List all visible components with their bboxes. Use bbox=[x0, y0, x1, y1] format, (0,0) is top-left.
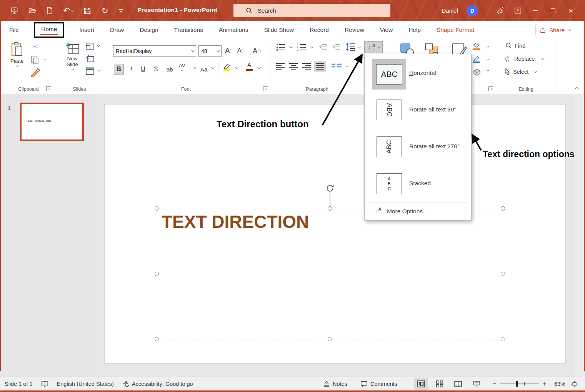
spell-check-icon[interactable] bbox=[41, 380, 48, 387]
font-size-combo[interactable]: 48 bbox=[198, 45, 222, 57]
search-box[interactable]: Search bbox=[233, 4, 390, 17]
share-button[interactable]: Share bbox=[535, 24, 574, 36]
shape-effects-button[interactable] bbox=[473, 67, 481, 78]
change-case-button[interactable]: Aa bbox=[200, 64, 207, 75]
numbering-chevron-icon[interactable] bbox=[310, 45, 313, 48]
layout-chevron-icon[interactable] bbox=[97, 43, 100, 47]
slide-indicator[interactable]: Slide 1 of 1 bbox=[5, 381, 33, 387]
text-highlight-button[interactable] bbox=[223, 61, 230, 72]
underline-button[interactable]: U bbox=[139, 64, 147, 75]
tab-design[interactable]: Design bbox=[139, 25, 159, 35]
tab-slide-show[interactable]: Slide Show bbox=[263, 25, 295, 35]
decrease-indent-icon[interactable] bbox=[319, 44, 328, 50]
shape-outline-button[interactable] bbox=[473, 54, 480, 65]
zoom-level[interactable]: 63% bbox=[554, 381, 565, 387]
handle-bottom-right[interactable] bbox=[501, 337, 505, 341]
tab-transitions[interactable]: Transitions bbox=[173, 25, 204, 35]
zoom-in-icon[interactable]: + bbox=[543, 380, 547, 388]
open-file-button[interactable] bbox=[28, 7, 36, 14]
find-button[interactable]: Find bbox=[505, 42, 525, 49]
section-chevron-icon[interactable] bbox=[97, 68, 100, 71]
language-indicator[interactable]: English (United States) bbox=[57, 381, 114, 387]
drawing-dialog-launcher[interactable]: ↘ bbox=[488, 86, 493, 91]
handle-middle-right[interactable] bbox=[501, 272, 505, 276]
select-button[interactable]: Select bbox=[505, 68, 536, 75]
text-shadow-button[interactable]: S bbox=[152, 64, 160, 75]
handle-bottom-center[interactable] bbox=[328, 337, 332, 341]
zoom-slider[interactable]: − + bbox=[493, 380, 547, 388]
copy-chevron-icon[interactable] bbox=[43, 57, 46, 60]
textbox-selection-border[interactable] bbox=[157, 209, 503, 339]
highlight-chevron-icon[interactable] bbox=[235, 66, 238, 69]
slide-canvas[interactable]: TEXT DIRECTION bbox=[105, 105, 565, 363]
fit-to-window-icon[interactable] bbox=[571, 380, 578, 388]
undo-button[interactable]: ↶ bbox=[63, 6, 73, 16]
handle-top-left[interactable] bbox=[155, 206, 159, 211]
align-center-icon[interactable] bbox=[289, 63, 298, 70]
font-color-chevron-icon[interactable] bbox=[257, 66, 260, 69]
increase-indent-icon[interactable] bbox=[332, 44, 341, 50]
tab-animations[interactable]: Animations bbox=[218, 25, 249, 35]
section-icon[interactable] bbox=[85, 67, 95, 75]
copy-icon[interactable] bbox=[31, 55, 39, 65]
normal-view-button[interactable] bbox=[414, 378, 428, 390]
spacing-chevron-icon[interactable] bbox=[193, 66, 196, 69]
clear-formatting-button[interactable]: A◇ bbox=[253, 45, 261, 56]
case-chevron-icon[interactable] bbox=[211, 66, 214, 69]
columns-icon[interactable] bbox=[332, 63, 342, 68]
ribbon-display-options-button[interactable] bbox=[509, 0, 527, 21]
minimize-button[interactable] bbox=[527, 0, 544, 21]
columns-chevron-icon[interactable] bbox=[345, 64, 348, 67]
cut-icon[interactable]: ✂ bbox=[32, 42, 38, 51]
tab-review[interactable]: Review bbox=[344, 25, 365, 35]
slide-sorter-view-button[interactable] bbox=[433, 378, 447, 390]
font-color-button[interactable]: A bbox=[246, 61, 253, 71]
collapse-ribbon-icon[interactable] bbox=[575, 87, 579, 91]
tab-file[interactable]: File bbox=[8, 25, 20, 35]
shape-effects-chevron-icon[interactable] bbox=[486, 68, 489, 71]
vertical-scrollbar[interactable] bbox=[574, 94, 583, 377]
tab-draw[interactable]: Draw bbox=[109, 25, 125, 35]
clipboard-dialog-launcher[interactable]: ↘ bbox=[46, 86, 51, 91]
align-right-icon[interactable] bbox=[302, 63, 311, 70]
save-button[interactable] bbox=[84, 7, 91, 14]
tab-record[interactable]: Record bbox=[309, 25, 330, 35]
line-spacing-chevron-icon[interactable] bbox=[358, 45, 361, 48]
tab-home[interactable]: Home bbox=[34, 22, 64, 38]
decrease-font-size-button[interactable]: Aˇ bbox=[237, 45, 243, 56]
tab-help[interactable]: Help bbox=[408, 25, 422, 35]
zoom-slider-track[interactable] bbox=[500, 384, 539, 384]
comments-button[interactable]: Comments bbox=[360, 381, 397, 387]
shape-fill-chevron-icon[interactable] bbox=[486, 44, 489, 47]
accessibility-checker[interactable]: Accessibility: Good to go bbox=[122, 380, 193, 387]
align-left-icon[interactable] bbox=[276, 63, 285, 70]
handle-bottom-left[interactable] bbox=[155, 337, 159, 341]
strikethrough-button[interactable]: ab bbox=[165, 64, 175, 75]
numbering-icon[interactable]: 123 bbox=[297, 43, 306, 51]
zoom-slider-handle[interactable] bbox=[516, 381, 518, 387]
repeat-button[interactable]: ↻ bbox=[101, 6, 108, 16]
customize-qat-button[interactable] bbox=[119, 8, 123, 13]
format-painter-icon[interactable] bbox=[30, 68, 41, 78]
new-slide-button[interactable]: New Slide bbox=[62, 42, 83, 71]
text-direction-button[interactable]: ↓ A ↓ bbox=[364, 41, 383, 53]
shape-outline-chevron-icon[interactable] bbox=[486, 57, 489, 60]
replace-button[interactable]: bc Replace bbox=[504, 55, 543, 62]
reset-slide-icon[interactable] bbox=[85, 55, 95, 63]
handle-middle-left[interactable] bbox=[155, 272, 159, 276]
user-name[interactable]: Daniel bbox=[442, 7, 458, 14]
rotation-handle-icon[interactable] bbox=[325, 184, 335, 193]
paste-button[interactable]: Paste bbox=[7, 42, 27, 67]
tab-shape-format[interactable]: Shape Format bbox=[436, 25, 475, 35]
slide-thumbnail[interactable]: TEXT DIRECTION bbox=[20, 103, 84, 141]
justify-button[interactable] bbox=[314, 61, 326, 72]
tab-insert[interactable]: Insert bbox=[78, 25, 95, 35]
new-file-button[interactable] bbox=[47, 7, 53, 14]
notes-button[interactable]: Notes bbox=[323, 381, 347, 387]
shape-fill-button[interactable] bbox=[473, 41, 480, 51]
reading-view-button[interactable] bbox=[451, 378, 465, 390]
close-button[interactable]: × bbox=[562, 0, 580, 21]
font-family-combo[interactable]: RedHatDisplay bbox=[113, 45, 196, 57]
zoom-out-icon[interactable]: − bbox=[493, 380, 497, 388]
bullets-icon[interactable] bbox=[276, 43, 285, 51]
